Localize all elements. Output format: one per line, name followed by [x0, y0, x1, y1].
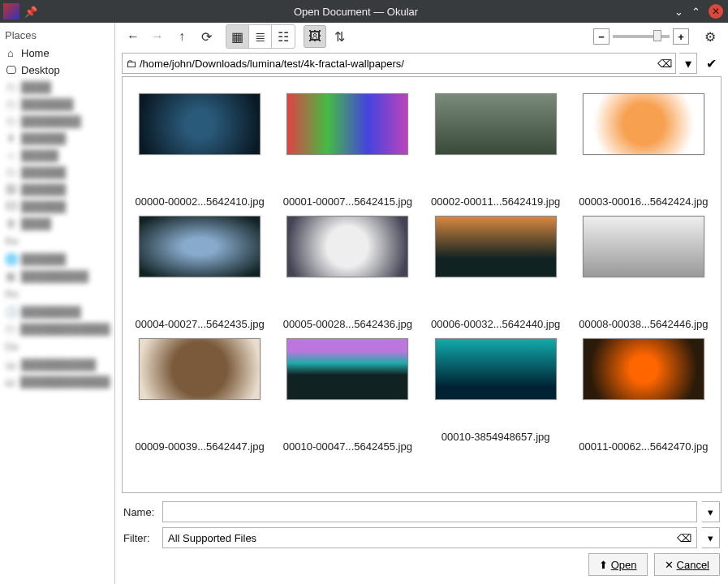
view-mode-group: ▦ ≣ ☷	[226, 24, 295, 49]
recent-heading: Re	[0, 285, 114, 303]
sidebar-item[interactable]: 🕓████████	[0, 303, 114, 320]
minimize-icon[interactable]: ⌄	[674, 6, 683, 18]
filter-value: All Supported Files	[168, 532, 256, 544]
image-icon: 🖼	[5, 183, 16, 195]
sidebar-item[interactable]: 🖴████████████	[0, 373, 114, 390]
path-input[interactable]: 🗀 /home/john/Downloads/lumina/test/4k-fr…	[122, 53, 676, 74]
devices-heading: De	[0, 337, 114, 356]
drive-icon: 🖴	[5, 359, 16, 371]
desktop-icon: 🖵	[5, 64, 16, 76]
path-bar: 🗀 /home/john/Downloads/lumina/test/4k-fr…	[115, 50, 728, 76]
details-view-button[interactable]: ☷	[272, 25, 295, 48]
window-title: Open Document — Okular	[37, 6, 674, 18]
sidebar-item[interactable]: 🗀████	[0, 79, 114, 96]
filter-dropdown[interactable]: ▾	[702, 527, 720, 548]
clear-filter-icon[interactable]: ⌫	[677, 532, 691, 544]
sidebar-item-home[interactable]: ⌂Home	[0, 45, 114, 62]
preview-button[interactable]: 🖼	[304, 25, 326, 48]
drive-icon: 🖴	[5, 376, 15, 388]
forward-button[interactable]: →	[146, 25, 169, 48]
file-item[interactable]: 00002-00011...5642419.jpg	[422, 93, 570, 208]
sidebar-item[interactable]: 🎞██████	[0, 198, 114, 215]
file-name: 00010-3854948657.jpg	[423, 431, 569, 443]
music-icon: ♫	[5, 149, 16, 161]
thumbnail	[435, 338, 557, 400]
name-dropdown[interactable]: ▾	[702, 501, 720, 522]
file-item[interactable]: 00008-00038...5642446.jpg	[570, 216, 717, 330]
sort-button[interactable]: ⇅	[328, 25, 351, 48]
filter-label: Filter:	[123, 532, 157, 544]
clock-icon: 🕓	[5, 306, 16, 318]
reload-button[interactable]: ⟳	[195, 25, 218, 48]
file-item[interactable]: 00010-3854948657.jpg	[422, 338, 570, 453]
sidebar-item-desktop[interactable]: 🖵Desktop	[0, 62, 114, 79]
thumbnail	[583, 338, 704, 400]
filter-input[interactable]: All Supported Files ⌫	[162, 527, 697, 548]
zoom-out-button[interactable]: −	[593, 28, 610, 45]
thumbnail	[435, 216, 557, 277]
close-icon: ✕	[665, 559, 674, 571]
settings-button[interactable]: ⚙	[699, 25, 722, 48]
file-item[interactable]: 00001-00007...5642415.jpg	[274, 93, 421, 208]
close-icon[interactable]: ✕	[709, 4, 723, 19]
file-name: 00005-00028...5642436.jpg	[274, 318, 420, 330]
download-icon: ⬇	[5, 132, 16, 144]
file-item[interactable]: 00010-00047...5642455.jpg	[274, 338, 421, 453]
sidebar-item[interactable]: ▦█████████	[0, 268, 114, 285]
compact-view-button[interactable]: ≣	[249, 25, 272, 48]
sidebar-item[interactable]: 🖼██████	[0, 181, 114, 198]
sidebar-item[interactable]: 🗀████████	[0, 113, 114, 130]
sidebar-item[interactable]: 🗑████	[0, 215, 114, 232]
zoom-slider[interactable]	[613, 35, 670, 38]
sidebar-item[interactable]: ♫█████	[0, 147, 114, 164]
network-icon: 🌐	[5, 253, 16, 265]
up-button[interactable]: ↑	[170, 25, 193, 48]
path-text: /home/john/Downloads/lumina/test/4k-frac…	[140, 58, 404, 70]
file-name: 00009-00039...5642447.jpg	[127, 440, 273, 453]
maximize-icon[interactable]: ⌃	[691, 6, 700, 18]
accept-path-button[interactable]: ✔	[700, 53, 722, 74]
pin-icon[interactable]: 📌	[24, 6, 37, 18]
video-icon: 🎞	[5, 200, 16, 213]
sidebar-item[interactable]: 🌐██████	[0, 251, 114, 268]
folder-icon: 🗀	[5, 115, 16, 127]
folder-icon: 🗀	[5, 81, 16, 93]
thumbnail	[435, 93, 557, 155]
thumbnail	[286, 93, 408, 155]
sidebar-item[interactable]: 🗀███████	[0, 96, 114, 113]
file-name: 00002-00011...5642419.jpg	[423, 195, 569, 208]
file-name: 00008-00038...5642446.jpg	[571, 318, 717, 330]
sidebar-item[interactable]: ⬇██████	[0, 130, 114, 147]
file-name: 00011-00062...5642470.jpg	[571, 440, 717, 453]
open-button[interactable]: ⬆Open	[588, 553, 648, 576]
file-item[interactable]: 00011-00062...5642470.jpg	[570, 338, 717, 453]
trash-icon: 🗑	[5, 217, 16, 230]
zoom-in-button[interactable]: +	[673, 28, 689, 45]
icons-view-button[interactable]: ▦	[226, 25, 249, 48]
folder-icon: 🗀	[5, 98, 16, 110]
file-item[interactable]: 00004-00027...5642435.jpg	[126, 216, 274, 330]
file-item[interactable]: 00006-00032...5642440.jpg	[422, 216, 570, 330]
path-dropdown[interactable]: ▾	[679, 53, 697, 74]
cancel-button[interactable]: ✕Cancel	[654, 553, 720, 576]
thumbnail	[286, 338, 408, 400]
back-button[interactable]: ←	[122, 25, 144, 48]
sidebar-item[interactable]: 🗀██████	[0, 164, 114, 181]
places-sidebar: Places ⌂Home 🖵Desktop 🗀████ 🗀███████ 🗀██…	[0, 23, 115, 584]
file-item[interactable]: 00003-00016...5642424.jpg	[570, 93, 717, 208]
clear-path-icon[interactable]: ⌫	[657, 58, 672, 70]
file-item[interactable]: 00009-00039...5642447.jpg	[126, 338, 274, 453]
file-name: 00010-00047...5642455.jpg	[274, 440, 420, 453]
file-item[interactable]: 00005-00028...5642436.jpg	[274, 216, 421, 330]
open-icon: ⬆	[599, 559, 608, 571]
sidebar-item[interactable]: 🖴██████████	[0, 356, 114, 373]
name-input[interactable]	[162, 501, 697, 522]
file-item[interactable]: 00000-00002...5642410.jpg	[126, 93, 274, 208]
toolbar: ← → ↑ ⟳ ▦ ≣ ☷ 🖼 ⇅ − + ⚙	[115, 23, 728, 50]
sidebar-item[interactable]: 🗀████████████	[0, 320, 114, 337]
file-grid[interactable]: 00000-00002...5642410.jpg 00001-00007...…	[122, 76, 722, 493]
folder-icon: 🗀	[5, 323, 15, 335]
places-heading: Places	[0, 26, 114, 45]
file-name: 00004-00027...5642435.jpg	[127, 318, 273, 330]
file-name: 00003-00016...5642424.jpg	[571, 195, 717, 208]
